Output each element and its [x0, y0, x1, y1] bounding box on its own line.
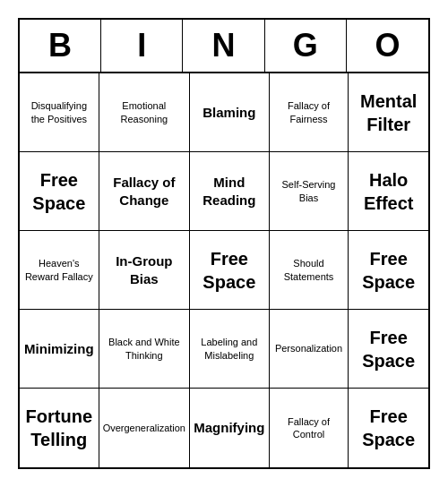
bingo-cell-r1-c1: Fallacy of Change — [99, 152, 190, 231]
header-letter: G — [265, 20, 347, 72]
bingo-cell-r3-c1: Black and White Thinking — [99, 310, 190, 389]
bingo-cell-r3-c0: Minimizing — [20, 310, 99, 389]
bingo-cell-r2-c3: Should Statements — [270, 231, 349, 310]
bingo-cell-r0-c1: Emotional Reasoning — [99, 73, 190, 152]
bingo-cell-r0-c3: Fallacy of Fairness — [270, 73, 349, 152]
bingo-cell-r4-c0: Fortune Telling — [20, 389, 99, 467]
header-letter: I — [101, 20, 183, 72]
header-letter: O — [347, 20, 428, 72]
header-letter: N — [183, 20, 264, 72]
bingo-cell-r3-c3: Personalization — [270, 310, 349, 389]
bingo-cell-r2-c2: Free Space — [190, 231, 270, 310]
bingo-cell-r0-c2: Blaming — [190, 73, 270, 152]
bingo-cell-r4-c1: Overgeneralization — [99, 389, 190, 467]
bingo-cell-r1-c0: Free Space — [20, 152, 99, 231]
bingo-cell-r1-c4: Halo Effect — [349, 152, 428, 231]
bingo-cell-r1-c2: Mind Reading — [190, 152, 270, 231]
bingo-cell-r1-c3: Self-Serving Bias — [270, 152, 349, 231]
bingo-header: BINGO — [20, 20, 428, 73]
bingo-cell-r3-c4: Free Space — [349, 310, 428, 389]
bingo-cell-r4-c3: Fallacy of Control — [270, 389, 349, 467]
bingo-cell-r2-c4: Free Space — [349, 231, 428, 310]
header-letter: B — [20, 20, 101, 72]
bingo-cell-r4-c2: Magnifying — [190, 389, 270, 467]
bingo-cell-r0-c0: Disqualifying the Positives — [20, 73, 99, 152]
bingo-grid: Disqualifying the PositivesEmotional Rea… — [20, 73, 428, 467]
bingo-card: BINGO Disqualifying the PositivesEmotion… — [18, 18, 430, 469]
bingo-cell-r4-c4: Free Space — [349, 389, 428, 467]
bingo-cell-r2-c1: In-Group Bias — [99, 231, 190, 310]
bingo-cell-r0-c4: Mental Filter — [349, 73, 428, 152]
bingo-cell-r2-c0: Heaven's Reward Fallacy — [20, 231, 99, 310]
bingo-cell-r3-c2: Labeling and Mislabeling — [190, 310, 270, 389]
